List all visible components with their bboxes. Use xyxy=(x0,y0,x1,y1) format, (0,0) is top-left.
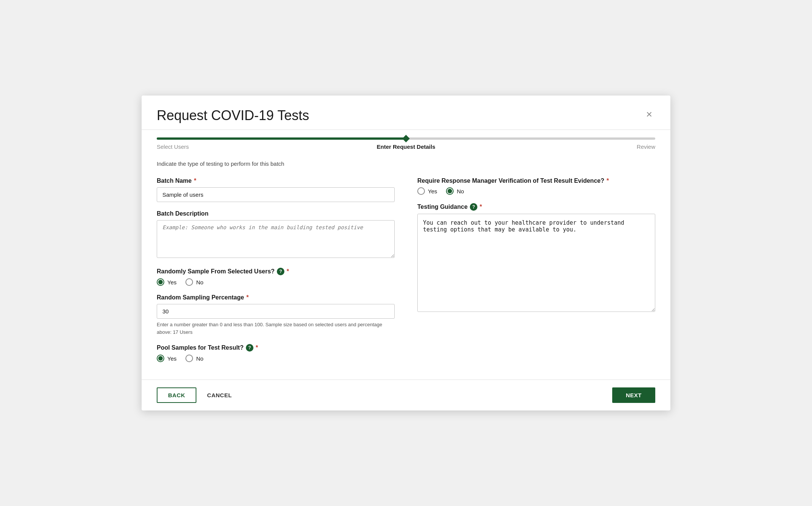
form-left-column: Batch Name * Batch Description Randomly … xyxy=(157,177,395,370)
required-star: * xyxy=(194,177,196,184)
modal-body: Indicate the type of testing to perform … xyxy=(142,150,670,380)
verify-no-option[interactable]: No xyxy=(446,187,464,195)
step-review: Review xyxy=(489,143,655,150)
random-sample-no-radio[interactable] xyxy=(185,278,193,286)
progress-steps: Select Users Enter Request Details Revie… xyxy=(157,143,655,150)
pool-yes-option[interactable]: Yes xyxy=(157,355,176,362)
close-button[interactable]: × xyxy=(643,108,655,121)
modal-title: Request COVID-19 Tests xyxy=(157,108,309,123)
required-star-3: * xyxy=(246,294,249,301)
form-subtitle: Indicate the type of testing to perform … xyxy=(157,160,655,167)
random-pct-group: Random Sampling Percentage * Enter a num… xyxy=(157,294,395,336)
require-verification-label: Require Response Manager Verification of… xyxy=(417,177,655,184)
modal-footer: BACK CANCEL NEXT xyxy=(142,380,670,410)
random-sample-radio-group: Yes No xyxy=(157,278,395,286)
testing-guidance-label: Testing Guidance ? * xyxy=(417,203,655,211)
random-sample-group: Randomly Sample From Selected Users? ? *… xyxy=(157,268,395,286)
pool-samples-radio-group: Yes No xyxy=(157,355,395,362)
random-sample-label: Randomly Sample From Selected Users? ? * xyxy=(157,268,395,275)
batch-name-label: Batch Name * xyxy=(157,177,395,184)
form-right-column: Require Response Manager Verification of… xyxy=(417,177,655,370)
required-star-4: * xyxy=(256,344,258,351)
random-sample-no-option[interactable]: No xyxy=(185,278,203,286)
batch-desc-group: Batch Description xyxy=(157,210,395,259)
batch-name-group: Batch Name * xyxy=(157,177,395,202)
form-columns: Batch Name * Batch Description Randomly … xyxy=(157,177,655,370)
testing-guidance-textarea[interactable]: You can reach out to your healthcare pro… xyxy=(417,214,655,312)
random-pct-label: Random Sampling Percentage * xyxy=(157,294,395,301)
progress-stepper: Select Users Enter Request Details Revie… xyxy=(142,137,670,150)
verify-yes-option[interactable]: Yes xyxy=(417,187,437,195)
progress-track xyxy=(157,137,655,140)
pool-no-option[interactable]: No xyxy=(185,355,203,362)
random-sample-yes-radio[interactable] xyxy=(157,278,164,286)
progress-indicator xyxy=(402,135,410,142)
verify-no-radio[interactable] xyxy=(446,187,454,195)
random-sample-yes-option[interactable]: Yes xyxy=(157,278,176,286)
progress-fill xyxy=(157,137,406,140)
pool-samples-help-icon[interactable]: ? xyxy=(246,344,253,352)
back-button[interactable]: BACK xyxy=(157,387,196,403)
pool-samples-group: Pool Samples for Test Result? ? * Yes No xyxy=(157,344,395,362)
step-select-users: Select Users xyxy=(157,143,323,150)
pool-no-radio[interactable] xyxy=(185,355,193,362)
testing-guidance-group: Testing Guidance ? * You can reach out t… xyxy=(417,203,655,313)
batch-name-input[interactable] xyxy=(157,187,395,202)
verify-yes-radio[interactable] xyxy=(417,187,425,195)
batch-desc-label: Batch Description xyxy=(157,210,395,217)
require-verification-group: Require Response Manager Verification of… xyxy=(417,177,655,195)
random-pct-hint: Enter a number greater than 0 and less t… xyxy=(157,321,395,336)
required-star-5: * xyxy=(607,177,609,184)
testing-guidance-help-icon[interactable]: ? xyxy=(470,203,477,211)
required-star-6: * xyxy=(480,204,482,210)
batch-desc-textarea[interactable] xyxy=(157,220,395,258)
step-enter-request: Enter Request Details xyxy=(323,143,489,150)
random-pct-input[interactable] xyxy=(157,304,395,319)
next-button[interactable]: NEXT xyxy=(612,387,655,403)
request-covid-tests-modal: Request COVID-19 Tests × Select Users En… xyxy=(142,96,670,410)
cancel-button[interactable]: CANCEL xyxy=(202,388,236,402)
pool-yes-radio[interactable] xyxy=(157,355,164,362)
required-star-2: * xyxy=(287,268,289,275)
verification-radio-group: Yes No xyxy=(417,187,655,195)
modal-header: Request COVID-19 Tests × xyxy=(142,96,670,130)
random-sample-help-icon[interactable]: ? xyxy=(277,268,284,275)
pool-samples-label: Pool Samples for Test Result? ? * xyxy=(157,344,395,352)
